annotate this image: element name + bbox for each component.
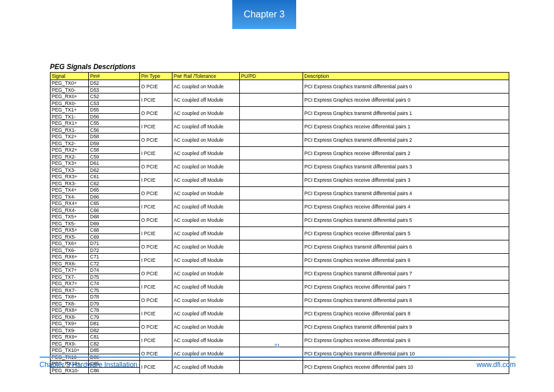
cell-pupd [240, 187, 303, 200]
table-row: PEG_TX6+D71O PCIEAC coupled on ModulePCI… [51, 240, 509, 247]
cell-desc: PCI Express Graphics receive differentia… [303, 93, 509, 107]
cell-pwr: AC coupled on Module [172, 160, 240, 174]
cell-signal: PEG_RX7- [51, 287, 89, 294]
cell-pwr: AC coupled on Module [172, 187, 240, 200]
cell-pupd [240, 307, 303, 321]
cell-desc: PCI Express Graphics transmit differenti… [303, 134, 509, 147]
table-row: PEG_TX3+D61O PCIEAC coupled on ModulePCI… [51, 160, 509, 167]
cell-pupd [240, 294, 303, 307]
cell-pintype: I PCIE [140, 120, 172, 134]
cell-desc: PCI Express Graphics receive differentia… [303, 120, 509, 134]
cell-pin: C71 [89, 254, 140, 261]
cell-pwr: AC coupled on Module [172, 214, 240, 227]
cell-pin: D78 [89, 294, 140, 301]
cell-signal: PEG_RX3- [51, 180, 89, 187]
cell-pin: C69 [89, 233, 140, 240]
table-title: PEG Signals Descriptions [50, 63, 509, 71]
cell-pintype: I PCIE [140, 174, 172, 187]
table-row: PEG_RX4+C65I PCIEAC coupled off ModulePC… [51, 200, 509, 207]
cell-pin: D79 [89, 300, 140, 307]
cell-pin: D55 [89, 107, 140, 114]
cell-pintype: O PCIE [140, 80, 172, 93]
page-number: 21 [0, 343, 554, 348]
cell-signal: PEG_TX7- [51, 274, 89, 280]
cell-pin: C56 [89, 127, 140, 134]
cell-pupd [240, 267, 303, 280]
cell-pin: C66 [89, 207, 140, 214]
chapter-tab: Chapter 3 [232, 0, 296, 29]
cell-signal: PEG_RX7+ [51, 280, 89, 287]
th-pwr: Pwr Rail /Tolerance [172, 73, 240, 80]
footer-divider [39, 357, 516, 358]
cell-pwr: AC coupled off Module [172, 200, 240, 214]
cell-desc: PCI Express Graphics receive differentia… [303, 280, 509, 294]
cell-signal: PEG_TX1- [51, 113, 89, 120]
cell-pwr: AC coupled off Module [172, 174, 240, 187]
page-root: Chapter 3 PEG Signals Descriptions Signa… [0, 0, 554, 392]
table-row: PEG_RX2+C58I PCIEAC coupled off ModulePC… [51, 147, 509, 154]
cell-signal: PEG_TX9- [51, 327, 89, 334]
cell-desc: PCI Express Graphics transmit differenti… [303, 240, 509, 254]
cell-pin: C55 [89, 120, 140, 127]
table-row: PEG_RX0+C52I PCIEAC coupled off ModulePC… [51, 93, 509, 100]
table-body: PEG_TX0+D52O PCIEAC coupled on ModulePCI… [51, 80, 509, 374]
table-row: PEG_RX5+C68I PCIEAC coupled off ModulePC… [51, 227, 509, 234]
cell-pwr: AC coupled on Module [172, 80, 240, 93]
cell-signal: PEG_TX4- [51, 193, 89, 200]
cell-signal: PEG_TX8+ [51, 294, 89, 301]
content-area: PEG Signals Descriptions Signal Pin# Pin… [50, 63, 509, 374]
cell-signal: PEG_RX8+ [51, 307, 89, 314]
th-pin: Pin# [89, 73, 140, 80]
cell-signal: PEG_TX5+ [51, 214, 89, 221]
cell-desc: PCI Express Graphics transmit differenti… [303, 187, 509, 200]
cell-desc: PCI Express Graphics transmit differenti… [303, 214, 509, 227]
cell-pwr: AC coupled off Module [172, 227, 240, 240]
table-row: PEG_RX3+C61I PCIEAC coupled off ModulePC… [51, 174, 509, 181]
cell-pintype: O PCIE [140, 160, 172, 174]
cell-signal: PEG_RX3+ [51, 174, 89, 181]
cell-pintype: I PCIE [140, 254, 172, 267]
table-row: PEG_TX4+D65O PCIEAC coupled on ModulePCI… [51, 187, 509, 194]
cell-signal: PEG_RX1+ [51, 120, 89, 127]
cell-pin: C75 [89, 287, 140, 294]
cell-pupd [240, 214, 303, 227]
cell-pintype: I PCIE [140, 361, 172, 374]
cell-pin: C58 [89, 147, 140, 154]
cell-signal: PEG_TX3+ [51, 160, 89, 167]
cell-pupd [240, 254, 303, 267]
cell-pwr: AC coupled off Module [172, 93, 240, 107]
table-row: PEG_RX8+C78I PCIEAC coupled off ModulePC… [51, 307, 509, 314]
cell-signal: PEG_TX4+ [51, 187, 89, 194]
cell-pin: C65 [89, 200, 140, 207]
cell-pupd [240, 227, 303, 240]
cell-signal: PEG_RX9+ [51, 334, 89, 341]
cell-pupd [240, 240, 303, 254]
cell-pwr: AC coupled on Module [172, 240, 240, 254]
cell-pintype: O PCIE [140, 214, 172, 227]
footer-right-text: www.dfi.com [477, 361, 516, 369]
cell-pwr: AC coupled on Module [172, 134, 240, 147]
cell-desc: PCI Express Graphics transmit differenti… [303, 294, 509, 307]
cell-pupd [240, 93, 303, 107]
cell-pin: C53 [89, 100, 140, 107]
cell-signal: PEG_TX0- [51, 87, 89, 93]
cell-signal: PEG_RX5- [51, 233, 89, 240]
table-head: Signal Pin# Pin Type Pwr Rail /Tolerance… [51, 73, 509, 80]
cell-desc: PCI Express Graphics receive differentia… [303, 147, 509, 160]
cell-pupd [240, 147, 303, 160]
cell-signal: PEG_TX1+ [51, 107, 89, 114]
cell-pwr: AC coupled off Module [172, 280, 240, 294]
table-row: PEG_RX7+C74I PCIEAC coupled off ModulePC… [51, 280, 509, 287]
cell-signal: PEG_TX5- [51, 220, 89, 227]
cell-pin: D69 [89, 220, 140, 227]
cell-pintype: O PCIE [140, 267, 172, 280]
cell-pin: C74 [89, 280, 140, 287]
cell-pwr: AC coupled on Module [172, 347, 240, 361]
cell-pupd [240, 80, 303, 93]
cell-pintype: I PCIE [140, 227, 172, 240]
th-pupd: PU/PD [240, 73, 303, 80]
cell-signal: PEG_RX0+ [51, 93, 89, 100]
th-description: Description [303, 73, 509, 80]
cell-pintype: O PCIE [140, 134, 172, 147]
table-row: PEG_TX7+D74O PCIEAC coupled on ModulePCI… [51, 267, 509, 274]
